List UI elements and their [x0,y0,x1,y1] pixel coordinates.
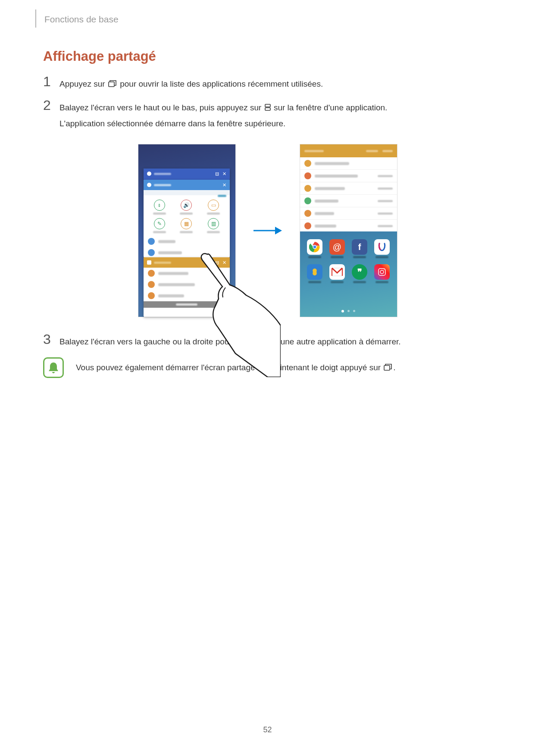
svg-point-9 [380,270,384,274]
step-3: 3 Balayez l'écran vers la gauche ou la d… [43,334,492,350]
svg-rect-1 [265,104,270,107]
figure-right-phone: @ f ❞ [300,144,397,317]
header-rule [35,9,36,28]
recent-apps-icon [108,77,117,92]
instagram-icon [374,264,390,280]
svg-rect-2 [265,108,270,110]
gmail-icon [329,264,345,280]
page-number: 52 [263,725,272,734]
split-view-icon [265,100,271,116]
gallery-icon [307,264,322,280]
arrow-icon [253,225,283,236]
note-block: Vous pouvez également démarrer l'écran p… [43,357,492,378]
svg-point-6 [313,245,316,249]
step-3-text: Balayez l'écran vers la gauche ou la dro… [59,337,401,346]
figure-row: ⊟✕ ✕ ⫾ 🔊 ▭ ✎ ▦ ▥ [43,144,492,317]
step-2: 2 Balayez l'écran vers le haut ou le bas… [43,100,492,131]
chrome-icon [307,239,322,255]
step-1-text-a: Appuyez sur [59,79,107,88]
step-number: 2 [43,98,59,112]
figure-left-phone: ⊟✕ ✕ ⫾ 🔊 ▭ ✎ ▦ ▥ [138,144,235,317]
svg-rect-11 [384,366,390,370]
section-heading: Affichage partagé [43,49,492,64]
note-text-b: . [393,363,395,372]
step-2-text-c: L'application sélectionnée démarre dans … [59,119,285,128]
galaxy-apps-icon [374,239,390,255]
step-number: 3 [43,332,59,346]
recent-apps-icon [384,360,392,376]
svg-point-10 [384,269,385,270]
note-text-a: Vous pouvez également démarrer l'écran p… [76,363,383,372]
step-2-text-b: sur la fenêtre d'une application. [274,103,387,112]
hangouts-icon: ❞ [352,264,367,280]
step-2-text-a: Balayez l'écran vers le haut ou le bas, … [59,103,264,112]
step-number: 1 [43,75,59,88]
facebook-icon: f [352,239,367,255]
email-icon: @ [329,239,345,255]
step-1: 1 Appuyez sur pour ouvrir la liste des a… [43,76,492,92]
svg-rect-0 [109,82,114,87]
breadcrumb: Fonctions de base [44,14,119,25]
bell-icon [43,357,64,378]
step-1-text-b: pour ouvrir la liste des applications ré… [120,79,323,88]
